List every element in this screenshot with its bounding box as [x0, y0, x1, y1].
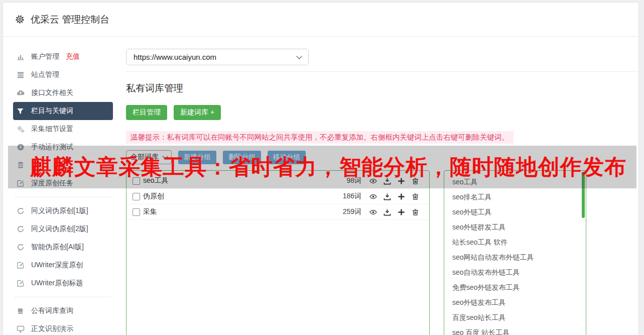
book-icon	[16, 307, 25, 315]
download-icon[interactable]	[383, 193, 391, 200]
add-icon[interactable]	[398, 177, 405, 185]
sidebar-divider	[14, 197, 112, 197]
sidebar: 账户管理 充值 站点管理 接口文件相关 栏目与关键词 采集细节设置 手动运行测试…	[3, 37, 126, 335]
site-select[interactable]: https://www.ucaiyun.com	[126, 49, 309, 65]
sidebar-item-0[interactable]: 账户管理 充值	[13, 48, 113, 66]
row-checkbox[interactable]	[133, 208, 140, 216]
sidebar-divider	[14, 297, 112, 297]
sidebar-item-9[interactable]: 同义词伪原创[1版]	[13, 202, 113, 220]
app-window: 优采云 管理控制台 账户管理 充值 站点管理 接口文件相关 栏目与关键词 采集细…	[0, 0, 644, 335]
word-count: 259词	[343, 207, 361, 216]
keyword-item[interactable]: seo自动发布外链工具	[452, 265, 586, 280]
column-manage-button[interactable]: 栏目管理	[126, 105, 167, 120]
add-icon[interactable]	[398, 193, 405, 200]
keyword-item[interactable]: seo排名工具	[452, 190, 586, 205]
refresh-icon	[16, 207, 25, 215]
download-icon[interactable]	[383, 177, 391, 185]
sidebar-item-2[interactable]: 接口文件相关	[13, 84, 113, 102]
sidebar-item-4[interactable]: 采集细节设置	[13, 120, 113, 138]
sidebar-item-10[interactable]: 同义词伪原创[2版]	[13, 220, 113, 238]
view-icon[interactable]	[369, 208, 377, 216]
delete-group-button[interactable]: 删除分组	[223, 151, 261, 164]
sidebar-item-3[interactable]: 栏目与关键词	[13, 102, 113, 120]
keyword-item[interactable]: seo 百度 站长工具	[452, 325, 586, 335]
row-checkbox[interactable]	[133, 177, 140, 185]
keyword-item[interactable]: seo外链工具	[452, 205, 586, 220]
thesaurus-panel: seo工具 98词 伪原创 186词 采集 259词	[126, 170, 430, 335]
row-checkbox[interactable]	[133, 193, 140, 200]
sidebar-item-11[interactable]: 智能伪原创[AI版]	[13, 238, 113, 256]
sidebar-item-7[interactable]: 深度原创任务	[13, 174, 113, 192]
new-thesaurus-button[interactable]: 新建词库 +	[174, 105, 221, 120]
keyword-item[interactable]: seo工具	[452, 175, 586, 190]
funnel-icon	[16, 107, 25, 116]
view-icon[interactable]	[369, 193, 377, 200]
sidebar-item-5[interactable]: 手动运行测试	[13, 138, 113, 156]
refresh-icon	[16, 243, 25, 252]
monitor-icon	[16, 325, 25, 333]
database-icon	[16, 161, 25, 170]
sidebar-item-6[interactable]	[13, 156, 113, 174]
keyword-item[interactable]: seo外链发布工具	[452, 295, 586, 310]
edit-icon	[16, 279, 25, 288]
scrollbar-thumb[interactable]	[582, 172, 585, 218]
site-select-value: https://www.ucaiyun.com	[134, 53, 216, 61]
move-group-button[interactable]: 移动分组	[268, 151, 306, 164]
chevron-down-icon	[162, 153, 168, 159]
group-filter-select[interactable]: 全部词库	[126, 150, 172, 164]
view-icon[interactable]	[369, 177, 377, 185]
sidebar-item-12[interactable]: UWriter深度原创	[13, 256, 113, 274]
group-controls: 全部词库 新建分组 删除分组 移动分组	[126, 150, 638, 164]
thesaurus-row: 伪原创 186词	[126, 189, 429, 204]
gear-icon	[15, 15, 25, 24]
play-circle-icon	[16, 143, 25, 152]
sidebar-item-16[interactable]: 正文识别演示	[13, 320, 113, 335]
refresh-icon	[16, 225, 25, 234]
main-card: 优采云 管理控制台 账户管理 充值 站点管理 接口文件相关 栏目与关键词 采集细…	[3, 2, 639, 335]
edit-icon	[16, 179, 25, 188]
main-content: https://www.ucaiyun.com 私有词库管理 栏目管理 新建词库…	[126, 37, 638, 335]
recharge-link[interactable]: 充值	[66, 52, 80, 61]
server-icon	[16, 71, 25, 79]
delete-icon[interactable]	[412, 208, 419, 216]
keyword-item[interactable]: seo网站自动发布外链工具	[452, 250, 586, 265]
keyword-item[interactable]: 百度seo站长工具	[452, 310, 586, 325]
app-title: 优采云 管理控制台	[31, 13, 109, 26]
divider	[126, 71, 638, 72]
word-count: 98词	[346, 176, 361, 185]
gears-icon	[16, 125, 25, 134]
sidebar-item-13[interactable]: UWriter原创标题	[13, 274, 113, 292]
app-header: 优采云 管理控制台	[3, 3, 638, 37]
edit-icon	[16, 261, 25, 270]
bar-chart-icon	[16, 53, 25, 61]
add-icon[interactable]	[398, 208, 405, 216]
page-title: 私有词库管理	[126, 82, 638, 95]
chevron-down-icon	[296, 53, 302, 59]
keyword-item[interactable]: 免费seo外链发布工具	[452, 280, 586, 295]
keywords-panel: seo工具seo排名工具seo外链工具seo外链群发工具站长seo工具 软件se…	[444, 170, 586, 335]
tip-banner: 温馨提示：私有词库可以在同账号不同网站之间共享使用，不必重复添加。右侧框内关键词…	[126, 131, 513, 144]
download-icon[interactable]	[383, 208, 391, 216]
sidebar-item-1[interactable]: 站点管理	[13, 66, 113, 84]
cloud-upload-icon	[16, 89, 25, 97]
group-filter-value: 全部词库	[131, 153, 159, 162]
thesaurus-row: 采集 259词	[126, 204, 429, 220]
keyword-item[interactable]: seo外链群发工具	[452, 220, 586, 235]
word-count: 186词	[343, 192, 361, 201]
thesaurus-row: seo工具 98词	[126, 173, 429, 189]
new-group-button[interactable]: 新建分组	[178, 151, 216, 164]
sidebar-item-15[interactable]: 公有词库查询	[13, 302, 113, 320]
delete-icon[interactable]	[412, 177, 419, 185]
keyword-item[interactable]: 站长seo工具 软件	[452, 235, 586, 250]
delete-icon[interactable]	[412, 193, 419, 200]
